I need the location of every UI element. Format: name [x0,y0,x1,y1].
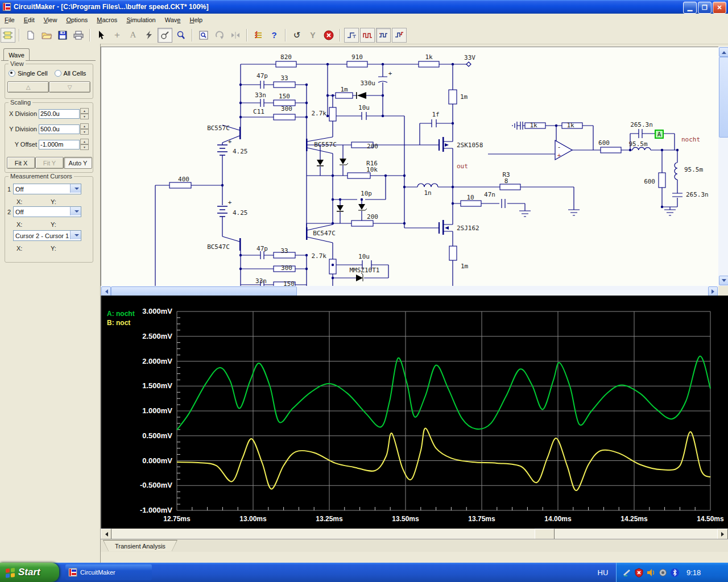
waveform-hscrollbar[interactable] [101,529,728,539]
fit-x-button[interactable]: Fit X [7,157,35,169]
schematic-hscrollbar[interactable] [101,286,718,296]
schematic-resistors [169,61,665,286]
y-division-input[interactable]: 500.0u [39,124,80,134]
x-division-label: X Division [7,110,37,117]
help-icon[interactable]: ? [267,28,282,43]
start-button[interactable]: Start [0,563,59,582]
menu-bar: FileEditViewOptionsMacrosSimulationWaveH… [0,14,728,27]
flip-icon [228,28,243,43]
parts-browser-icon[interactable] [1,28,15,43]
chevron-down-icon[interactable] [70,207,81,215]
component-label: A [657,131,661,138]
schematic-hscroll-thumb[interactable] [111,286,297,296]
digital-options-icon[interactable] [251,28,266,43]
x-axis-tick: 13.00ms [239,515,267,523]
waveform-hscroll-thumb[interactable] [535,529,555,540]
tab-wave[interactable]: Wave [3,48,30,61]
y-division-spinner[interactable]: ▲▼ [80,123,89,135]
x-division-input[interactable]: 250.0u [39,109,80,119]
y-axis-tick: 2.000mV [142,357,172,365]
find-part-icon[interactable] [196,28,211,43]
new-file-icon[interactable] [23,28,38,43]
y-axis-tick: 0.000mV [142,456,172,465]
component-label: 150 [279,93,290,100]
scroll-left-icon[interactable] [101,286,111,296]
cursor-diff-x-label: X: [16,245,22,252]
auto-y-button[interactable]: Auto Y [64,157,92,169]
component-label: + [228,138,232,146]
scaling-group-title: Scaling [9,99,32,106]
volume-icon[interactable] [646,568,656,577]
security-shield-icon[interactable] [634,568,644,577]
menu-edit[interactable]: Edit [19,15,39,25]
cell-down-button[interactable]: ▽ [49,81,90,93]
start-label: Start [18,567,40,578]
open-file-icon[interactable] [39,28,54,43]
text-tool-icon[interactable]: A [126,28,140,43]
y-offset-label: Y Offset [7,141,37,148]
probe-tool-icon[interactable] [158,28,172,43]
component-label: nocht [681,136,700,143]
menu-macros[interactable]: Macros [92,15,122,25]
camera-icon[interactable] [658,568,668,577]
close-button[interactable]: ✕ [713,2,726,14]
stop-simulation-icon[interactable] [321,28,336,43]
scope-trace-3-icon[interactable] [376,28,391,43]
language-indicator[interactable]: HU [593,563,613,582]
cursor-diff-select[interactable]: Cursor 2 - Cursor 1 [13,230,81,241]
title-bar[interactable]: CircuitMaker - [C:\Program Files\...\buf… [0,0,728,14]
cursor1-select[interactable]: Off [13,184,81,194]
print-icon[interactable] [71,28,86,43]
cell-up-button[interactable]: △ [7,81,49,93]
x-division-spinner[interactable]: ▲▼ [80,108,89,119]
taskbar-item-circuitmaker[interactable]: CircuitMaker [65,564,152,580]
component-label: 600 [598,139,610,147]
chevron-down-icon[interactable] [70,184,81,193]
y-offset-input[interactable]: -1.000m [39,140,80,149]
zoom-tool-icon[interactable] [173,28,188,43]
scope-trace-1-icon[interactable] [344,28,359,43]
menu-simulation[interactable]: Simulation [122,15,160,25]
scope-trace-2-icon[interactable] [360,28,375,43]
trace-b [177,429,710,490]
delete-bolt-icon[interactable] [142,28,156,43]
scope-trace-4-icon[interactable] [392,28,407,43]
component-label: 200 [367,143,378,150]
menu-wave[interactable]: Wave [160,15,185,25]
scroll-right-icon[interactable] [717,529,728,540]
scroll-right-icon[interactable] [708,286,718,296]
bluetooth-icon[interactable] [670,568,680,577]
schematic-vscrollbar[interactable] [718,47,728,286]
menu-file[interactable]: File [0,15,19,25]
cursor2-num: 2 [7,209,13,215]
chevron-down-icon[interactable] [70,231,81,239]
single-cell-radio[interactable] [9,70,15,77]
cursor2-select[interactable]: Off [13,206,81,217]
all-cells-label: All Cells [64,70,86,77]
wire-plus-icon[interactable]: + [110,28,125,43]
menu-view[interactable]: View [39,15,62,25]
scroll-left-icon[interactable] [101,529,111,540]
reset-simulation-icon[interactable]: ↺ [289,28,304,43]
restore-button[interactable]: ❐ [698,2,712,14]
minimize-button[interactable]: ▁ [683,2,697,14]
menu-options[interactable]: Options [61,15,92,25]
scroll-up-icon[interactable] [719,47,728,57]
component-label: 2SJ162 [457,225,479,232]
component-label: 10u [358,104,370,111]
component-label: 1k [530,122,537,129]
tab-transient-analysis[interactable]: Transient Analysis [103,540,177,551]
schematic-canvas[interactable]: 8209101k33V47p3333n150C113001m330u+10u2.… [101,47,718,286]
schematic-vscroll-thumb[interactable] [719,57,728,138]
scroll-down-icon[interactable] [719,276,728,285]
y-offset-spinner[interactable]: ▲▼ [80,139,89,150]
component-label: 300 [281,105,292,113]
component-label: + [388,70,392,77]
select-cursor-icon[interactable] [94,28,109,43]
analysis-tab-row: Transient Analysis [101,539,728,552]
save-file-icon[interactable] [55,28,70,43]
pen-tablet-icon[interactable] [622,568,632,577]
waveform-panel[interactable]: 3.000mV2.500mV2.000mV1.500mV1.000mV0.500… [101,296,728,529]
all-cells-radio[interactable] [55,70,61,77]
menu-help[interactable]: Help [185,15,207,25]
